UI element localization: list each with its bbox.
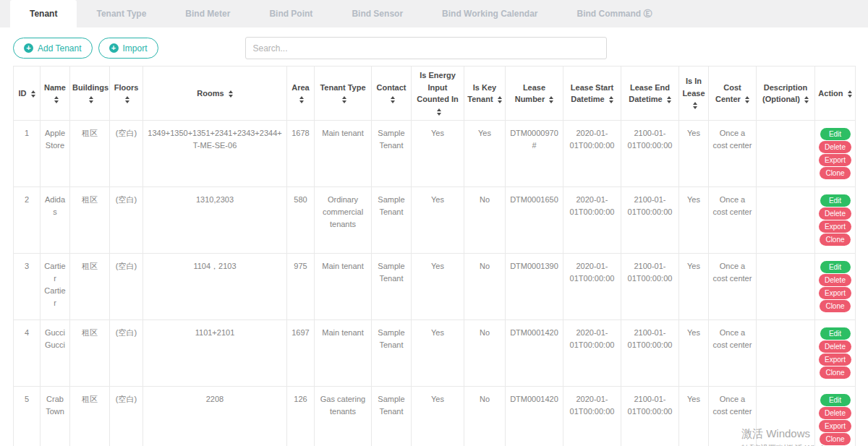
edit-button[interactable]: Edit (820, 194, 851, 207)
delete-button[interactable]: Delete (819, 207, 851, 220)
clone-button[interactable]: Clone (820, 300, 850, 312)
column-header-action[interactable]: Action (815, 67, 856, 121)
add-tenant-button[interactable]: + Add Tenant (13, 38, 93, 59)
sort-icon[interactable] (229, 90, 233, 98)
tab-bind-sensor[interactable]: Bind Sensor (332, 0, 422, 27)
sort-icon[interactable] (549, 96, 553, 103)
cell-tenant_type: Gas catering tenants (315, 387, 372, 446)
column-header-lease_end_datetime[interactable]: Lease End Datetime (621, 67, 679, 121)
column-header-id[interactable]: ID (14, 67, 41, 121)
cell-action: EditDeleteExportClone (815, 121, 856, 187)
column-header-buildings[interactable]: Buildings (70, 67, 110, 121)
column-header-tenant_type[interactable]: Tenant Type (315, 67, 372, 121)
tab-bind-working-calendar[interactable]: Bind Working Calendar (422, 0, 557, 27)
cell-is_in_lease: Yes (679, 187, 709, 254)
sort-icon[interactable] (437, 108, 441, 116)
column-header-is_key_tenant[interactable]: Is Key Tenant (464, 67, 506, 121)
column-label: Buildings (72, 83, 109, 92)
sort-icon[interactable] (848, 90, 852, 98)
cell-action: EditDeleteExportClone (815, 320, 856, 387)
cell-buildings: 租区 (70, 254, 110, 320)
cell-id: 4 (14, 320, 41, 387)
export-button[interactable]: Export (819, 220, 851, 233)
cell-is_energy_input_counted_in: Yes (412, 387, 464, 446)
sort-icon[interactable] (54, 96, 59, 103)
sort-icon[interactable] (498, 96, 502, 103)
sort-icon[interactable] (693, 102, 697, 109)
column-header-floors[interactable]: Floors (110, 67, 143, 121)
cell-is_in_lease: Yes (679, 387, 709, 446)
sort-icon[interactable] (804, 96, 809, 103)
import-button[interactable]: + Import (98, 38, 158, 59)
export-button[interactable]: Export (819, 287, 851, 299)
cell-tenant_type: Main tenant (315, 254, 372, 320)
tab-bind-command[interactable]: Bind Command Ⓔ (558, 0, 672, 27)
cell-action: EditDeleteExportClone (815, 254, 856, 320)
column-header-contact[interactable]: Contact (372, 67, 412, 121)
cell-contact: Sample Tenant (372, 254, 412, 320)
column-header-lease_number[interactable]: Lease Number (506, 67, 563, 121)
column-label: Description (Optional) (762, 83, 807, 104)
delete-button[interactable]: Delete (819, 340, 851, 353)
sort-icon[interactable] (299, 96, 304, 103)
column-header-name[interactable]: Name (41, 67, 70, 121)
column-header-is_in_lease[interactable]: Is In Lease (679, 67, 709, 121)
column-header-lease_start_datetime[interactable]: Lease Start Datetime (563, 67, 621, 121)
cell-name: Cartier Cartier (41, 254, 70, 320)
column-header-area[interactable]: Area (287, 67, 315, 121)
clone-button[interactable]: Clone (820, 233, 850, 246)
tab-bind-meter[interactable]: Bind Meter (166, 0, 250, 27)
cell-lease_end_datetime: 2100-01-01T00:00:00 (621, 254, 679, 320)
sort-icon[interactable] (31, 90, 35, 98)
table-row: 5Crab Town租区(空白)2208126Gas catering tena… (14, 387, 856, 446)
cell-description (757, 387, 815, 446)
sort-icon[interactable] (89, 96, 93, 103)
column-label: ID (18, 89, 26, 98)
clone-button[interactable]: Clone (820, 167, 850, 179)
cell-cost_center: Once a cost center (709, 121, 757, 187)
edit-button[interactable]: Edit (820, 128, 851, 140)
clone-button[interactable]: Clone (820, 366, 850, 379)
sort-icon[interactable] (391, 96, 395, 103)
cell-name: Crab Town (41, 387, 70, 446)
tab-tenant-type[interactable]: Tenant Type (77, 0, 166, 27)
sort-icon[interactable] (667, 96, 671, 103)
cell-name: Apple Store (41, 121, 70, 187)
export-button[interactable]: Export (819, 353, 851, 366)
clone-button[interactable]: Clone (820, 433, 850, 445)
plus-icon: + (109, 43, 119, 53)
export-button[interactable]: Export (819, 154, 851, 166)
edit-button[interactable]: Edit (820, 394, 851, 406)
sort-icon[interactable] (342, 96, 346, 103)
cell-is_energy_input_counted_in: Yes (412, 121, 464, 187)
tab-bind-point[interactable]: Bind Point (250, 0, 332, 27)
column-header-cost_center[interactable]: Cost Center (709, 67, 757, 121)
cell-contact: Sample Tenant (372, 320, 412, 387)
cell-rooms: 1349+1350+1351+2341+2343+2344+T-ME-SE-06 (143, 121, 287, 187)
cell-id: 5 (14, 387, 41, 446)
cell-rooms: 1104，2103 (143, 254, 287, 320)
column-label: Is Key Tenant (467, 83, 496, 104)
cell-buildings: 租区 (70, 320, 110, 387)
delete-button[interactable]: Delete (819, 407, 851, 419)
cell-floors: (空白) (110, 387, 143, 446)
column-label: Area (292, 83, 309, 92)
export-button[interactable]: Export (819, 420, 851, 432)
cell-area: 580 (287, 187, 315, 254)
column-header-description[interactable]: Description (Optional) (757, 67, 815, 121)
sort-icon[interactable] (125, 96, 129, 103)
tab-tenant[interactable]: Tenant (10, 0, 77, 27)
search-input[interactable] (245, 37, 607, 59)
edit-button[interactable]: Edit (820, 327, 851, 340)
cell-rooms: 1310,2303 (143, 187, 287, 254)
delete-button[interactable]: Delete (819, 141, 851, 153)
sort-icon[interactable] (609, 96, 613, 103)
cell-is_key_tenant: Yes (464, 121, 506, 187)
cell-action: EditDeleteExportClone (815, 187, 856, 254)
column-header-is_energy_input_counted_in[interactable]: Is Energy Input Counted In (412, 67, 464, 121)
cell-description (757, 121, 815, 187)
column-header-rooms[interactable]: Rooms (143, 67, 287, 121)
delete-button[interactable]: Delete (819, 274, 851, 286)
sort-icon[interactable] (745, 96, 749, 103)
edit-button[interactable]: Edit (820, 261, 851, 273)
